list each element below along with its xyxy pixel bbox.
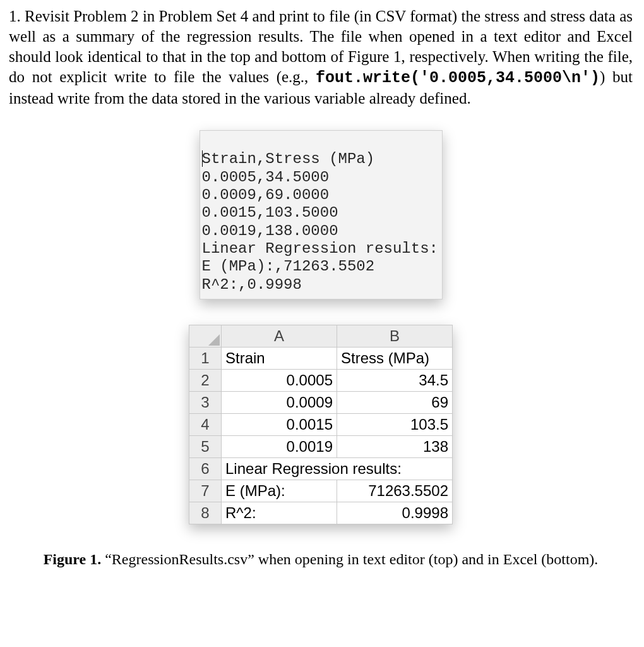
row-header[interactable]: 8	[189, 502, 222, 524]
problem-statement: 1. Revisit Problem 2 in Problem Set 4 an…	[9, 6, 633, 109]
text-editor-line: 0.0009,69.0000	[202, 186, 330, 203]
select-all-triangle-icon	[208, 334, 220, 346]
cell[interactable]: 0.0015	[222, 413, 337, 435]
row-header[interactable]: 1	[189, 347, 222, 369]
table-row: 4 0.0015 103.5	[189, 413, 453, 435]
table-row: 6 Linear Regression results:	[189, 457, 453, 480]
cell[interactable]: 34.5	[337, 369, 453, 391]
text-editor-line: Linear Regression results:	[202, 240, 438, 257]
row-header[interactable]: 5	[189, 435, 222, 457]
cell[interactable]: 0.9998	[337, 502, 453, 524]
column-header-b[interactable]: B	[337, 325, 453, 347]
excel-header-row: A B	[189, 325, 453, 347]
table-row: 8 R^2: 0.9998	[189, 502, 453, 524]
text-editor-line: 0.0019,138.0000	[202, 222, 338, 239]
cell[interactable]: 0.0019	[222, 435, 337, 457]
figure-caption-text: “RegressionResults.csv” when opening in …	[101, 551, 598, 567]
figures-container: Strain,Stress (MPa) 0.0005,34.5000 0.000…	[9, 130, 633, 524]
cell[interactable]: 71263.5502	[337, 480, 453, 502]
column-header-a[interactable]: A	[222, 325, 337, 347]
text-editor-line: R^2:,0.9998	[202, 276, 302, 293]
code-example: fout.write('0.0005,34.5000\n')	[316, 69, 600, 87]
figure-label: Figure 1.	[44, 551, 102, 567]
cell[interactable]: Stress (MPa)	[337, 347, 453, 369]
table-row: 5 0.0019 138	[189, 435, 453, 457]
table-row: 1 Strain Stress (MPa)	[189, 347, 453, 369]
cell[interactable]: 103.5	[337, 413, 453, 435]
row-header[interactable]: 3	[189, 391, 222, 413]
text-editor-line: E (MPa):,71263.5502	[202, 258, 375, 275]
text-editor-line: 0.0015,103.5000	[202, 204, 338, 221]
row-header[interactable]: 2	[189, 369, 222, 391]
cell[interactable]: Linear Regression results:	[222, 457, 453, 480]
cell[interactable]: 138	[337, 435, 453, 457]
cell[interactable]: 0.0009	[222, 391, 337, 413]
table-row: 7 E (MPa): 71263.5502	[189, 480, 453, 502]
figure-caption: Figure 1. “RegressionResults.csv” when o…	[9, 550, 633, 569]
cell[interactable]: R^2:	[222, 502, 337, 524]
table-row: 3 0.0009 69	[189, 391, 453, 413]
cell[interactable]: E (MPa):	[222, 480, 337, 502]
excel-preview: A B 1 Strain Stress (MPa) 2 0.0005 34.5 …	[189, 325, 453, 524]
text-editor-line: Strain,Stress (MPa)	[202, 150, 375, 167]
cell[interactable]: Strain	[222, 347, 337, 369]
row-header[interactable]: 7	[189, 480, 222, 502]
row-header[interactable]: 6	[189, 457, 222, 480]
select-all-corner[interactable]	[189, 325, 222, 347]
cell[interactable]: 0.0005	[222, 369, 337, 391]
text-editor-line: 0.0005,34.5000	[202, 169, 330, 186]
row-header[interactable]: 4	[189, 413, 222, 435]
table-row: 2 0.0005 34.5	[189, 369, 453, 391]
cell[interactable]: 69	[337, 391, 453, 413]
text-editor-preview: Strain,Stress (MPa) 0.0005,34.5000 0.000…	[200, 130, 443, 299]
problem-number: 1.	[9, 8, 21, 25]
